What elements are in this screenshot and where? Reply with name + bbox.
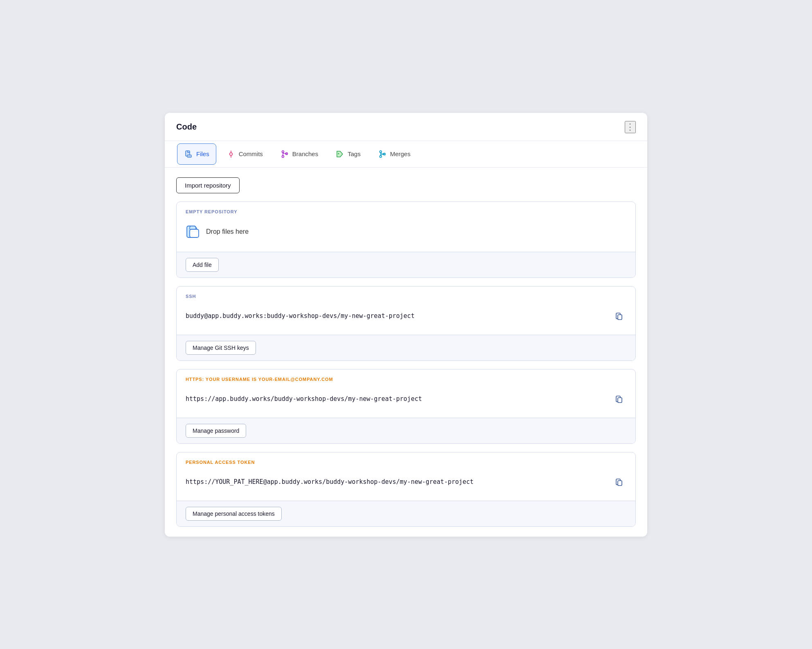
https-card: HTTPS: YOUR USERNAME IS YOUR-EMAIL@COMPA… bbox=[176, 369, 636, 444]
add-file-button[interactable]: Add file bbox=[186, 258, 219, 272]
empty-repo-inner: EMPTY REPOSITORY Drop files here bbox=[177, 202, 635, 252]
content-area: Import repository EMPTY REPOSITORY Drop … bbox=[165, 168, 647, 527]
card-header: Code ⋮ bbox=[165, 113, 647, 141]
merges-icon bbox=[378, 150, 387, 159]
svg-rect-17 bbox=[618, 481, 622, 486]
https-inner: HTTPS: YOUR USERNAME IS YOUR-EMAIL@COMPA… bbox=[177, 369, 635, 418]
commits-icon bbox=[227, 150, 236, 159]
pat-footer: Manage personal access tokens bbox=[177, 501, 635, 526]
more-options-button[interactable]: ⋮ bbox=[625, 121, 636, 133]
ssh-inner: SSH buddy@app.buddy.works:buddy-workshop… bbox=[177, 286, 635, 335]
ssh-url: buddy@app.buddy.works:buddy-workshop-dev… bbox=[186, 312, 415, 320]
drop-area: Drop files here bbox=[186, 220, 626, 246]
pat-label: PERSONAL ACCESS TOKEN bbox=[186, 460, 626, 465]
tab-branches[interactable]: Branches bbox=[273, 143, 325, 165]
ssh-url-row: buddy@app.buddy.works:buddy-workshop-dev… bbox=[186, 304, 626, 329]
https-url-row: https://app.buddy.works/buddy-workshop-d… bbox=[186, 387, 626, 412]
tab-files[interactable]: Files bbox=[177, 143, 216, 165]
ssh-label: SSH bbox=[186, 294, 626, 299]
ssh-footer: Manage Git SSH keys bbox=[177, 335, 635, 360]
empty-repo-footer: Add file bbox=[177, 252, 635, 278]
manage-password-button[interactable]: Manage password bbox=[186, 424, 246, 438]
tab-commits[interactable]: Commits bbox=[220, 143, 270, 165]
import-repository-button[interactable]: Import repository bbox=[176, 177, 240, 193]
copy-icon bbox=[615, 395, 623, 403]
empty-repo-label: EMPTY REPOSITORY bbox=[186, 209, 626, 214]
tab-tags[interactable]: Tags bbox=[328, 143, 368, 165]
svg-rect-16 bbox=[618, 398, 622, 403]
svg-rect-15 bbox=[618, 315, 622, 320]
import-row: Import repository bbox=[176, 177, 636, 193]
pat-inner: PERSONAL ACCESS TOKEN https://YOUR_PAT_H… bbox=[177, 452, 635, 501]
https-url: https://app.buddy.works/buddy-workshop-d… bbox=[186, 395, 422, 403]
files-icon bbox=[184, 150, 193, 159]
https-copy-button[interactable] bbox=[612, 393, 626, 405]
branches-icon bbox=[280, 150, 289, 159]
tab-tags-label: Tags bbox=[348, 150, 361, 157]
drop-text: Drop files here bbox=[206, 228, 249, 235]
tab-merges[interactable]: Merges bbox=[371, 143, 417, 165]
svg-point-3 bbox=[229, 152, 232, 155]
copy-icon bbox=[615, 312, 623, 320]
svg-point-9 bbox=[338, 153, 339, 154]
pat-url: https://YOUR_PAT_HERE@app.buddy.works/bu… bbox=[186, 478, 473, 486]
tab-files-label: Files bbox=[196, 150, 209, 157]
ssh-card: SSH buddy@app.buddy.works:buddy-workshop… bbox=[176, 286, 636, 361]
tab-merges-label: Merges bbox=[390, 150, 410, 157]
manage-personal-access-tokens-button[interactable]: Manage personal access tokens bbox=[186, 507, 282, 521]
tags-icon bbox=[335, 150, 344, 159]
manage-ssh-keys-button[interactable]: Manage Git SSH keys bbox=[186, 341, 256, 355]
copy-icon bbox=[615, 478, 623, 486]
pat-url-row: https://YOUR_PAT_HERE@app.buddy.works/bu… bbox=[186, 470, 626, 495]
svg-rect-14 bbox=[190, 229, 199, 237]
tabs-bar: Files Commits bbox=[165, 141, 647, 168]
https-footer: Manage password bbox=[177, 418, 635, 443]
ssh-copy-button[interactable] bbox=[612, 310, 626, 322]
pat-card: PERSONAL ACCESS TOKEN https://YOUR_PAT_H… bbox=[176, 452, 636, 527]
https-label: HTTPS: YOUR USERNAME IS YOUR-EMAIL@COMPA… bbox=[186, 377, 626, 382]
page-title: Code bbox=[176, 122, 197, 132]
main-card: Code ⋮ Files bbox=[165, 113, 647, 537]
empty-repository-card: EMPTY REPOSITORY Drop files here Add fil… bbox=[176, 201, 636, 278]
tab-commits-label: Commits bbox=[239, 150, 263, 157]
pat-copy-button[interactable] bbox=[612, 476, 626, 488]
drop-files-icon bbox=[186, 224, 201, 239]
tab-branches-label: Branches bbox=[292, 150, 318, 157]
